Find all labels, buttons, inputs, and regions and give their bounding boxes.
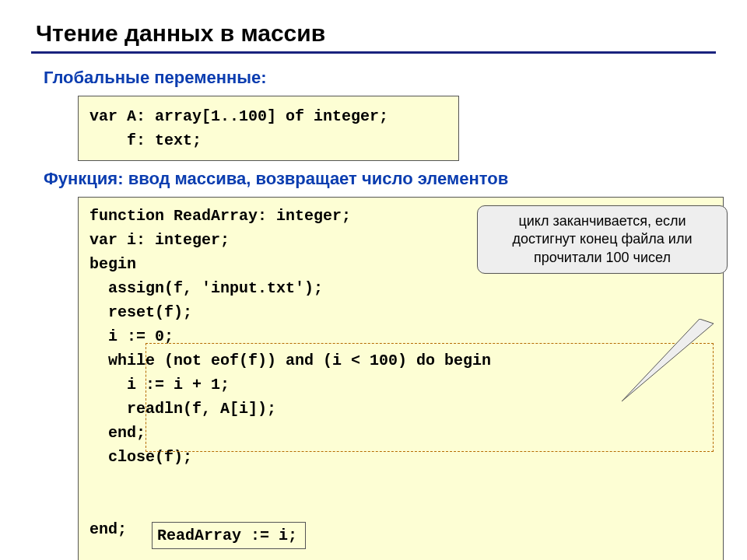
title-rule — [31, 51, 716, 54]
page-title: Чтение данных в массив — [36, 20, 716, 47]
globals-label: Глобальные переменные: — [44, 68, 716, 88]
svg-marker-0 — [622, 319, 714, 401]
globals-code: var A: array[1..100] of integer; f: text… — [89, 107, 388, 149]
function-code-post: close(f); end; — [89, 448, 192, 538]
globals-codebox: var A: array[1..100] of integer; f: text… — [78, 96, 459, 161]
callout-text: цикл заканчивается, если достигнут конец… — [513, 213, 693, 265]
return-statement-box: ReadArray := i; — [152, 522, 306, 549]
function-codebox: function ReadArray: integer; var i: inte… — [78, 197, 724, 560]
function-code-pre: function ReadArray: integer; var i: inte… — [89, 207, 351, 345]
function-label: Функция: ввод массива, возвращает число … — [44, 169, 716, 189]
function-code-loop: while (not eof(f)) and (i < 100) do begi… — [89, 352, 491, 442]
slide: Чтение данных в массив Глобальные переме… — [0, 20, 747, 560]
callout-bubble: цикл заканчивается, если достигнут конец… — [477, 205, 728, 274]
